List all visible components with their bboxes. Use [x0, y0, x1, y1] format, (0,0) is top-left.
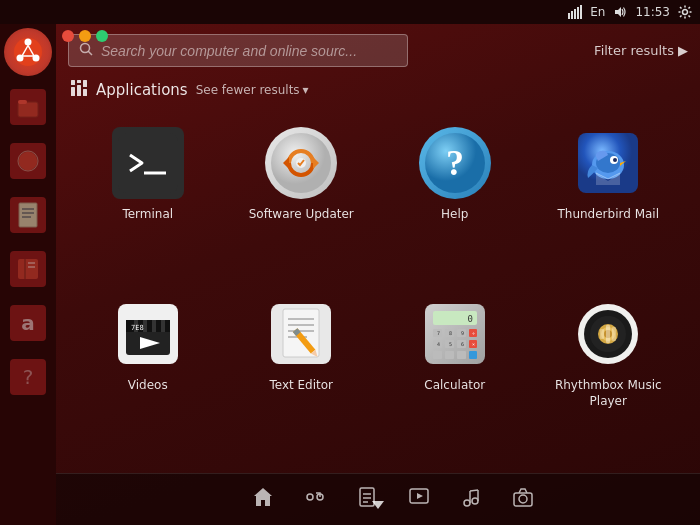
- help-label: Help: [441, 207, 468, 223]
- minimize-button[interactable]: [79, 30, 91, 42]
- svg-rect-93: [600, 329, 604, 339]
- svg-text:÷: ÷: [472, 330, 475, 336]
- app-item-help[interactable]: ? Help: [383, 117, 527, 278]
- thunderbird-label: Thunderbird Mail: [557, 207, 659, 223]
- topbar: En 11:53: [0, 0, 700, 24]
- svg-line-109: [470, 490, 478, 491]
- svg-point-105: [464, 500, 470, 506]
- calculator-icon: 0 7: [419, 298, 491, 370]
- filter-results-button[interactable]: Filter results ▶: [594, 43, 688, 58]
- svg-marker-5: [615, 7, 621, 17]
- svg-rect-25: [71, 80, 75, 85]
- app-item-software-updater[interactable]: Software Updater: [230, 117, 374, 278]
- svg-text:4: 4: [437, 341, 440, 347]
- svg-point-97: [307, 494, 313, 500]
- dock-item-files[interactable]: [356, 486, 378, 513]
- app-grid: Terminal: [56, 109, 700, 473]
- videos-label: Videos: [128, 378, 168, 394]
- see-fewer-button[interactable]: See fewer results ▾: [196, 83, 309, 97]
- svg-point-111: [519, 495, 527, 503]
- app-item-rhythmbox[interactable]: Rhythmbox Music Player: [537, 288, 681, 465]
- svg-rect-12: [18, 100, 27, 104]
- sidebar-item-browser[interactable]: [4, 137, 52, 185]
- rhythmbox-icon: [572, 298, 644, 370]
- svg-text:8: 8: [449, 330, 452, 336]
- svg-rect-95: [612, 327, 616, 341]
- camera-icon: [512, 486, 534, 513]
- svg-rect-78: [469, 351, 477, 359]
- svg-rect-94: [606, 325, 610, 343]
- volume-icon[interactable]: [613, 5, 627, 19]
- bottom-dock: [56, 473, 700, 525]
- svg-marker-104: [417, 493, 423, 499]
- rhythmbox-label: Rhythmbox Music Player: [547, 378, 671, 409]
- keyboard-layout[interactable]: En: [590, 5, 605, 19]
- section-title: Applications: [96, 81, 188, 99]
- app-item-text-editor[interactable]: Text Editor: [230, 288, 374, 465]
- sidebar-item-docs[interactable]: [4, 191, 52, 239]
- svg-rect-15: [19, 203, 37, 227]
- software-updater-label: Software Updater: [249, 207, 354, 223]
- svg-rect-27: [83, 80, 87, 87]
- main-content: Filter results ▶ Applications See fewer …: [56, 24, 700, 525]
- svg-line-24: [89, 52, 93, 56]
- thunderbird-icon: [572, 127, 644, 199]
- ubuntu-logo[interactable]: [4, 28, 52, 76]
- svg-rect-30: [83, 89, 87, 96]
- search-input[interactable]: [101, 43, 397, 59]
- close-button[interactable]: [62, 30, 74, 42]
- svg-rect-11: [18, 102, 38, 117]
- settings-icon[interactable]: [678, 5, 692, 19]
- app-item-terminal[interactable]: Terminal: [76, 117, 220, 278]
- app-item-thunderbird[interactable]: Thunderbird Mail: [537, 117, 681, 278]
- sidebar-item-book[interactable]: [4, 245, 52, 293]
- search-icon: [79, 41, 93, 60]
- window-controls: [62, 30, 108, 42]
- file-icon: [356, 486, 378, 513]
- signal-icon: [568, 5, 582, 19]
- svg-rect-51: [156, 320, 161, 332]
- calculator-label: Calculator: [424, 378, 485, 394]
- svg-text:0: 0: [467, 314, 472, 324]
- svg-rect-50: [147, 320, 152, 332]
- svg-rect-4: [580, 5, 582, 19]
- help-icon: ?: [419, 127, 491, 199]
- svg-text:?: ?: [446, 143, 464, 183]
- svg-rect-76: [445, 351, 454, 359]
- dock-item-music[interactable]: [460, 486, 482, 513]
- dock-item-apps[interactable]: [304, 486, 326, 513]
- svg-marker-96: [254, 488, 272, 506]
- maximize-button[interactable]: [96, 30, 108, 42]
- sidebar-item-files[interactable]: [4, 83, 52, 131]
- svg-rect-29: [77, 85, 81, 96]
- software-updater-icon: [265, 127, 337, 199]
- svg-rect-28: [71, 87, 75, 96]
- svg-point-106: [472, 498, 478, 504]
- app-item-videos[interactable]: 7E8 Videos: [76, 288, 220, 465]
- dock-item-camera[interactable]: [512, 486, 534, 513]
- svg-point-6: [683, 10, 688, 15]
- search-input-wrap[interactable]: [68, 34, 408, 67]
- svg-rect-99: [360, 488, 374, 506]
- svg-rect-52: [165, 320, 170, 332]
- dock-item-media[interactable]: [408, 486, 430, 513]
- svg-rect-26: [77, 80, 81, 83]
- applications-icon: [70, 79, 88, 101]
- svg-rect-3: [577, 7, 579, 19]
- svg-rect-2: [574, 9, 576, 19]
- svg-text:5: 5: [449, 341, 452, 347]
- svg-text:7: 7: [437, 330, 440, 336]
- app-item-calculator[interactable]: 0 7: [383, 288, 527, 465]
- dock-item-home[interactable]: [252, 486, 274, 513]
- svg-text:7E8: 7E8: [131, 324, 144, 332]
- media-icon: [408, 486, 430, 513]
- svg-text:9: 9: [461, 330, 464, 336]
- terminal-icon: [112, 127, 184, 199]
- svg-rect-31: [118, 133, 178, 193]
- sidebar-item-letter[interactable]: a: [4, 299, 52, 347]
- svg-point-43: [613, 158, 617, 162]
- sidebar-item-question[interactable]: ?: [4, 353, 52, 401]
- clock: 11:53: [635, 5, 670, 19]
- terminal-label: Terminal: [122, 207, 173, 223]
- text-editor-icon: [265, 298, 337, 370]
